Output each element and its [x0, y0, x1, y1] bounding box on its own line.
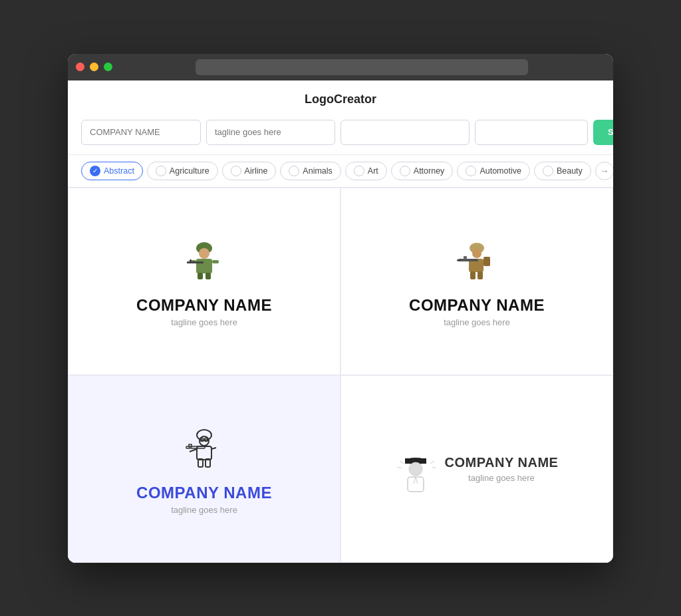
svg-rect-26	[189, 444, 192, 447]
style-input[interactable]	[475, 120, 588, 145]
category-agriculture[interactable]: Agriculture	[147, 162, 218, 180]
svg-line-32	[400, 461, 404, 464]
logo-icon-1	[178, 235, 231, 288]
svg-rect-13	[458, 259, 478, 261]
logo-2-company: COMPANY NAME	[409, 296, 545, 315]
svg-line-37	[414, 477, 416, 484]
close-button[interactable]	[76, 63, 84, 71]
search-button[interactable]: SEARCH	[593, 120, 613, 145]
logo-icon-2	[450, 235, 503, 288]
logo-4-company: COMPANY NAME	[445, 455, 559, 470]
svg-rect-7	[198, 273, 203, 279]
category-art[interactable]: Art	[345, 162, 387, 180]
category-automotive[interactable]: Automotive	[457, 162, 530, 180]
app-window: LogoCreator SEARCH ✓ Abstract Agricultur…	[68, 54, 613, 563]
logo-1-tagline: tagline goes here	[171, 317, 237, 327]
logo-3-tagline: tagline goes here	[171, 505, 237, 515]
company-name-input[interactable]	[81, 120, 201, 145]
search-bar: SEARCH	[68, 113, 613, 155]
category-airline-label: Airline	[245, 166, 268, 176]
svg-rect-2	[196, 259, 212, 273]
category-attorney-label: Attorney	[414, 166, 445, 176]
check-icon-art	[354, 166, 364, 176]
check-icon-agriculture	[156, 166, 166, 176]
category-abstract[interactable]: ✓ Abstract	[81, 162, 143, 180]
app-content: LogoCreator SEARCH ✓ Abstract Agricultur…	[68, 80, 613, 563]
svg-line-23	[190, 449, 197, 452]
svg-line-38	[416, 477, 418, 484]
category-art-label: Art	[368, 166, 378, 176]
category-beauty[interactable]: Beauty	[534, 162, 591, 180]
logo-1-company: COMPANY NAME	[136, 296, 272, 315]
extra-input[interactable]	[340, 120, 470, 145]
categories-next-button[interactable]: →	[595, 162, 613, 180]
svg-point-31	[409, 462, 422, 476]
svg-line-34	[430, 461, 434, 464]
svg-rect-36	[408, 477, 424, 492]
svg-rect-4	[212, 260, 219, 263]
logo-4-tagline: tagline goes here	[445, 473, 559, 483]
svg-rect-6	[190, 259, 192, 261]
svg-rect-5	[187, 261, 204, 263]
svg-rect-15	[457, 259, 461, 261]
category-bar: ✓ Abstract Agriculture Airline Animals A…	[68, 155, 613, 188]
svg-point-1	[199, 248, 209, 259]
category-airline[interactable]: Airline	[222, 162, 277, 180]
category-animals-label: Animals	[303, 166, 332, 176]
category-attorney[interactable]: Attorney	[391, 162, 454, 180]
logo-card-4[interactable]: COMPANY NAME tagline goes here	[341, 376, 613, 562]
svg-point-18	[197, 430, 211, 440]
minimize-button[interactable]	[90, 63, 98, 71]
svg-point-10	[472, 249, 481, 258]
logo-2-tagline: tagline goes here	[444, 317, 510, 327]
url-bar	[196, 59, 528, 75]
check-icon-beauty	[543, 166, 553, 176]
svg-rect-8	[205, 273, 211, 279]
svg-rect-12	[483, 257, 490, 266]
logo-card-1[interactable]: COMPANY NAME tagline goes here	[68, 188, 340, 375]
logo-4-inner: COMPANY NAME tagline goes here	[396, 449, 559, 489]
logo-icon-3	[178, 422, 231, 476]
svg-rect-17	[477, 271, 483, 279]
tagline-input[interactable]	[206, 120, 335, 145]
logo-icon-4	[396, 449, 436, 489]
titlebar	[68, 54, 613, 80]
check-icon-attorney	[400, 166, 410, 176]
category-beauty-label: Beauty	[557, 166, 583, 176]
logo-grid: COMPANY NAME tagline goes here	[68, 188, 613, 563]
check-icon-abstract: ✓	[90, 166, 100, 176]
svg-rect-16	[470, 271, 476, 279]
logo-card-3[interactable]: COMPANY NAME tagline goes here	[68, 376, 340, 562]
logo-4-text: COMPANY NAME tagline goes here	[445, 455, 559, 483]
category-automotive-label: Automotive	[479, 166, 521, 176]
svg-line-24	[211, 448, 216, 449]
svg-rect-14	[464, 256, 467, 259]
check-icon-airline	[231, 166, 241, 176]
category-agriculture-label: Agriculture	[170, 166, 209, 176]
category-abstract-label: Abstract	[104, 166, 134, 176]
app-title: LogoCreator	[68, 80, 613, 113]
category-animals[interactable]: Animals	[280, 162, 340, 180]
maximize-button[interactable]	[104, 63, 112, 71]
logo-card-2[interactable]: COMPANY NAME tagline goes here	[341, 188, 613, 375]
check-icon-animals	[289, 166, 299, 176]
check-icon-automotive	[466, 166, 476, 176]
logo-3-company: COMPANY NAME	[136, 484, 272, 502]
